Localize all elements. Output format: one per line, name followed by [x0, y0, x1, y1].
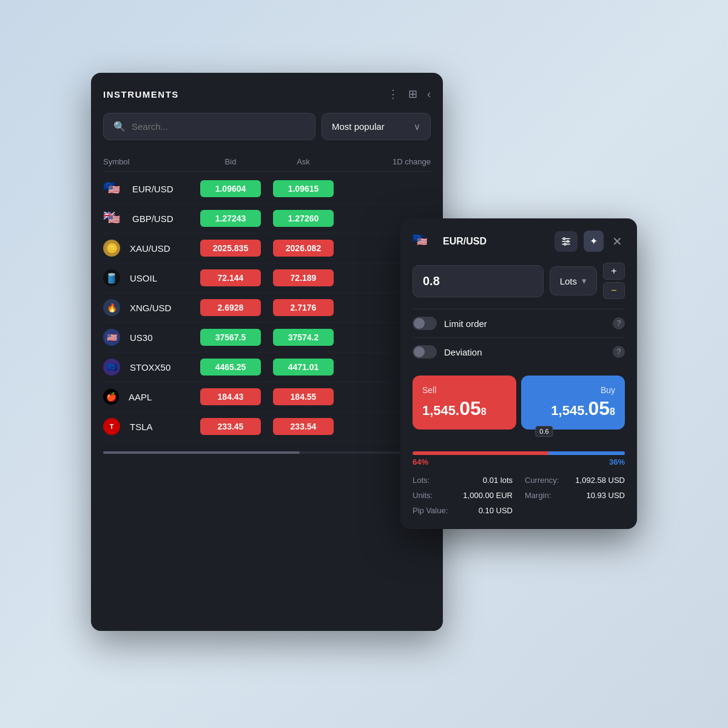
search-box[interactable]: 🔍 — [103, 113, 315, 140]
buy-percent-label: 36% — [609, 457, 625, 467]
bid-price: 37567.5 — [200, 329, 261, 346]
buy-percent-bar — [548, 451, 625, 455]
search-input[interactable] — [132, 121, 305, 132]
bid-price: 184.43 — [200, 388, 261, 405]
symbol-name: STOXX50 — [130, 362, 170, 372]
table-row[interactable]: 🪙 XAU/USD 2025.835 2026.082 — [103, 234, 431, 263]
deviation-toggle[interactable] — [413, 345, 437, 359]
slider-value: 0.6 — [535, 426, 553, 437]
percent-bar-section: 64% 36% — [413, 451, 625, 467]
currency-label: Currency: — [525, 476, 559, 485]
bid-price: 1.27243 — [200, 210, 261, 227]
symbol-name: XNG/USD — [130, 303, 171, 313]
ask-price: 233.54 — [273, 418, 334, 435]
trade-header: 🇪🇺 🇺🇸 EUR/USD ✦ ✕ — [413, 231, 625, 252]
search-filter-row: 🔍 Most popular ∨ — [103, 113, 431, 140]
trade-symbol: EUR/USD — [443, 236, 548, 247]
lots-label: Lots: — [413, 476, 430, 485]
percent-labels: 64% 36% — [413, 457, 625, 467]
deviation-row: Deviation ? — [413, 337, 625, 366]
symbol-cell: 🇪🇺 🇺🇸 EUR/USD — [103, 180, 194, 197]
detail-lots: Lots: 0.01 lots — [413, 474, 513, 487]
detail-units: Units: 1,000.00 EUR — [413, 489, 513, 502]
ask-price: 37574.2 — [273, 329, 334, 346]
bid-price: 1.09604 — [200, 180, 261, 197]
deviation-help-icon[interactable]: ? — [613, 346, 625, 358]
table-row[interactable]: 🇪🇺 🇺🇸 EUR/USD 1.09604 1.09615 — [103, 174, 431, 204]
table-row[interactable]: T TSLA 233.45 233.54 — [103, 412, 431, 442]
ask-price: 72.189 — [273, 269, 334, 286]
col-ask: Ask — [267, 157, 340, 166]
more-options-icon[interactable]: ⋮ — [388, 87, 399, 101]
decrement-button[interactable]: − — [603, 282, 625, 299]
collapse-icon[interactable]: ‹ — [427, 88, 431, 101]
bid-price: 72.144 — [200, 269, 261, 286]
bid-price: 2025.835 — [200, 240, 261, 257]
symbol-name: TSLA — [130, 422, 153, 432]
lot-dropdown-chevron: ▾ — [582, 275, 587, 286]
sparkle-icon-btn[interactable]: ✦ — [584, 231, 604, 252]
ask-price: 1.09615 — [273, 180, 334, 197]
symbol-cell: 🔥 XNG/USD — [103, 299, 194, 316]
currency-value: 1,092.58 USD — [575, 476, 625, 485]
limit-order-toggle[interactable] — [413, 317, 437, 330]
filter-label: Most popular — [332, 121, 385, 132]
limit-order-row: Limit order ? — [413, 309, 625, 337]
lot-input[interactable]: 0.8 — [413, 265, 544, 297]
units-label: Units: — [413, 491, 433, 500]
sell-button[interactable]: Sell 1,545.058 — [413, 376, 516, 430]
sell-percent-bar — [413, 451, 548, 455]
filter-dropdown[interactable]: Most popular ∨ — [322, 113, 431, 140]
buy-price-sup: 8 — [610, 406, 615, 417]
plus-minus-wrap: + − — [603, 263, 625, 299]
sell-price-sup: 8 — [481, 406, 487, 417]
close-button[interactable]: ✕ — [610, 232, 625, 251]
scrollbar-thumb[interactable] — [103, 451, 300, 454]
table-row[interactable]: 🇬🇧 🇺🇸 GBP/USD 1.27243 1.27260 — [103, 204, 431, 234]
table-row[interactable]: 🍎 AAPL 184.43 184.55 — [103, 382, 431, 412]
limit-order-help-icon[interactable]: ? — [613, 317, 625, 329]
tsla-icon: T — [103, 418, 120, 435]
buy-sell-row: Sell 1,545.058 Buy 1,545.058 0.6 — [413, 376, 625, 430]
sell-price: 1,545.058 — [422, 397, 507, 420]
table-header: Symbol Bid Ask 1D change — [103, 152, 431, 172]
header-icons: ⋮ ⊞ ‹ — [388, 87, 431, 101]
lots-value: 0.01 lots — [483, 476, 513, 485]
grid-view-icon[interactable]: ⊞ — [408, 87, 417, 101]
buy-button[interactable]: Buy 1,545.058 — [521, 376, 625, 430]
lot-row: 0.8 Lots ▾ + − — [413, 263, 625, 299]
settings-icon-btn[interactable] — [554, 231, 578, 252]
buy-price-big: 05 — [588, 397, 610, 420]
sell-percent-label: 64% — [413, 457, 428, 467]
col-1d-change: 1D change — [340, 157, 431, 166]
units-value: 1,000.00 EUR — [463, 491, 513, 500]
increment-button[interactable]: + — [603, 263, 625, 280]
lot-value: 0.8 — [423, 274, 440, 288]
symbol-name: US30 — [130, 332, 153, 343]
ask-price: 2.7176 — [273, 299, 334, 316]
table-row[interactable]: 🔥 XNG/USD 2.6928 2.7176 — [103, 293, 431, 323]
lot-type-select[interactable]: Lots ▾ — [550, 266, 597, 295]
limit-order-label: Limit order — [444, 318, 605, 329]
symbol-name: GBP/USD — [132, 214, 174, 224]
symbol-cell: 🇪🇺 STOXX50 — [103, 359, 194, 376]
flag-icon: 🇪🇺 🇺🇸 — [103, 180, 120, 197]
svg-point-3 — [564, 238, 565, 240]
ask-price: 184.55 — [273, 388, 334, 405]
table-row[interactable]: 🛢️ USOIL 72.144 72.189 — [103, 263, 431, 293]
sell-label: Sell — [422, 385, 507, 395]
detail-currency: Currency: 1,092.58 USD — [525, 474, 625, 487]
symbol-cell: 🛢️ USOIL — [103, 269, 194, 286]
ask-cell: 1.09615 — [267, 180, 340, 197]
bid-price: 4465.25 — [200, 359, 261, 376]
symbol-name: XAU/USD — [130, 243, 170, 254]
detail-margin: Margin: 10.93 USD — [525, 489, 625, 502]
symbol-cell: 🪙 XAU/USD — [103, 240, 194, 257]
instruments-panel: INSTRUMENTS ⋮ ⊞ ‹ 🔍 Most popular ∨ Symbo… — [91, 73, 443, 631]
table-row[interactable]: 🇪🇺 STOXX50 4465.25 4471.01 — [103, 352, 431, 382]
margin-value: 10.93 USD — [586, 491, 625, 500]
bid-cell: 1.09604 — [194, 180, 267, 197]
search-icon: 🔍 — [113, 121, 126, 132]
table-row[interactable]: 🇺🇸 US30 37567.5 37574.2 — [103, 323, 431, 352]
sell-price-main: 1,545. — [422, 403, 459, 419]
